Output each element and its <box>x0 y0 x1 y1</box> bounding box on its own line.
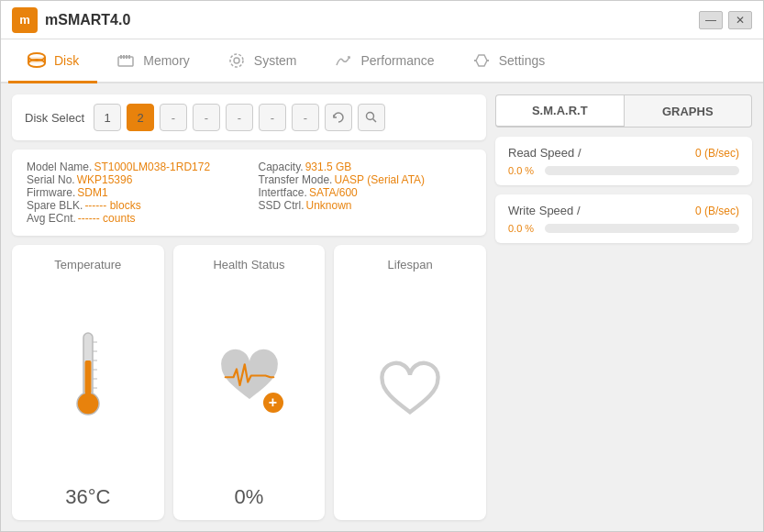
disk-select-label: Disk Select <box>25 111 84 125</box>
refresh-icon <box>332 111 345 124</box>
tab-disk[interactable]: Disk <box>8 39 97 83</box>
tab-performance[interactable]: Performance <box>315 39 452 83</box>
disk-btn-5[interactable]: - <box>226 104 253 131</box>
disk-btn-7[interactable]: - <box>292 104 319 131</box>
ssd-value: Unknown <box>306 199 352 212</box>
app-window: m mSMART4.0 — ✕ Disk <box>0 0 764 532</box>
write-speed-panel: Write Speed / 0 (B/sec) 0.0 % <box>495 194 752 243</box>
svg-rect-7 <box>123 55 125 59</box>
svg-point-14 <box>367 113 374 120</box>
disk-search-btn[interactable] <box>358 104 385 131</box>
serial-row: Serial No. WKP15396 <box>27 173 240 186</box>
disk-refresh-btn[interactable] <box>325 104 352 131</box>
transfer-row: Transfer Mode. UASP (Serial ATA) <box>259 173 472 186</box>
capacity-row: Capacity. 931.5 GB <box>259 161 472 173</box>
svg-line-15 <box>373 119 377 123</box>
svg-rect-25 <box>85 391 91 405</box>
title-left: m mSMART4.0 <box>12 7 130 33</box>
capacity-label: Capacity. <box>259 161 304 173</box>
performance-icon <box>333 50 353 71</box>
health-card: Health Status + 0% <box>173 245 326 520</box>
avg-value: ------ counts <box>78 212 136 225</box>
title-bar: m mSMART4.0 — ✕ <box>1 1 763 39</box>
graphs-button[interactable]: GRAPHS <box>625 94 753 127</box>
write-speed-header: Write Speed / 0 (B/sec) <box>508 204 739 217</box>
svg-point-11 <box>230 54 243 67</box>
lifespan-card: Lifespan <box>334 245 486 520</box>
smart-button[interactable]: S.M.A.R.T <box>495 94 625 127</box>
minimize-button[interactable]: — <box>699 11 723 29</box>
temperature-card: Temperature <box>12 245 164 520</box>
read-speed-bar-row: 0.0 % <box>508 165 739 176</box>
left-panel: Disk Select 1 2 - - - - - <box>12 94 486 520</box>
disk-btn-1[interactable]: 1 <box>94 104 121 131</box>
disk-info-right: Capacity. 931.5 GB Transfer Mode. UASP (… <box>259 161 472 225</box>
spare-row: Spare BLK. ------ blocks <box>27 199 240 212</box>
write-speed-title: Write Speed / <box>508 204 581 217</box>
memory-icon <box>116 50 136 71</box>
tab-memory-label: Memory <box>143 53 190 68</box>
temperature-value: 36°C <box>65 485 110 509</box>
ssd-label: SSD Ctrl. <box>259 199 304 212</box>
write-speed-bar-row: 0.0 % <box>508 223 739 234</box>
tab-settings[interactable]: Settings <box>453 39 564 83</box>
disk-icon <box>27 50 47 71</box>
firmware-value: SDM1 <box>77 186 107 199</box>
avg-row: Avg ECnt. ------ counts <box>27 212 240 225</box>
disk-btn-3[interactable]: - <box>160 104 187 131</box>
bottom-cards: Temperature <box>12 245 486 520</box>
tab-settings-label: Settings <box>499 53 546 68</box>
read-speed-percent: 0.0 % <box>508 165 537 176</box>
disk-select-row: Disk Select 1 2 - - - - - <box>12 94 486 140</box>
tab-system-label: System <box>254 53 297 68</box>
main-content: Disk Select 1 2 - - - - - <box>1 83 763 531</box>
disk-btn-2[interactable]: 2 <box>127 104 154 131</box>
health-title: Health Status <box>213 258 284 272</box>
disk-btn-4[interactable]: - <box>193 104 220 131</box>
read-speed-title: Read Speed / <box>508 146 581 160</box>
temperature-title: Temperature <box>54 258 121 272</box>
system-icon <box>227 50 247 71</box>
right-panel: S.M.A.R.T GRAPHS Read Speed / 0 (B/sec) … <box>495 94 752 520</box>
app-title: mSMART4.0 <box>45 12 130 28</box>
interface-row: Intertface. SATA/600 <box>259 186 472 199</box>
disk-info: Model Name. ST1000LM038-1RD172 Serial No… <box>12 150 486 236</box>
serial-value: WKP15396 <box>77 173 133 186</box>
close-button[interactable]: ✕ <box>728 11 752 29</box>
spare-value: ------ blocks <box>84 199 140 212</box>
svg-rect-8 <box>126 55 127 59</box>
model-row: Model Name. ST1000LM038-1RD172 <box>27 161 240 173</box>
svg-point-10 <box>234 58 239 63</box>
firmware-label: Firmware. <box>27 186 75 199</box>
tab-memory[interactable]: Memory <box>97 39 208 83</box>
lifespan-heart-svg <box>378 360 442 420</box>
svg-rect-6 <box>120 55 122 59</box>
thermometer-svg <box>65 328 111 429</box>
health-plus-icon: + <box>263 393 283 413</box>
spare-label: Spare BLK. <box>27 199 83 212</box>
svg-rect-9 <box>128 55 130 59</box>
model-value: ST1000LM038-1RD172 <box>94 161 210 173</box>
smart-graphs-row: S.M.A.R.T GRAPHS <box>495 94 752 127</box>
tab-performance-label: Performance <box>360 53 434 68</box>
settings-icon <box>471 50 492 71</box>
avg-label: Avg ECnt. <box>27 212 76 225</box>
model-label: Model Name. <box>27 161 92 173</box>
disk-btn-6[interactable]: - <box>259 104 286 131</box>
health-graphic: + <box>217 347 282 411</box>
read-speed-header: Read Speed / 0 (B/sec) <box>508 146 739 160</box>
tab-system[interactable]: System <box>208 39 316 83</box>
read-speed-bar-bg <box>545 166 739 175</box>
write-speed-percent: 0.0 % <box>508 223 537 234</box>
read-speed-value: 0 (B/sec) <box>695 147 739 160</box>
ssd-row: SSD Ctrl. Unknown <box>259 199 472 212</box>
disk-info-left: Model Name. ST1000LM038-1RD172 Serial No… <box>27 161 240 225</box>
window-controls: — ✕ <box>699 11 752 29</box>
capacity-value: 931.5 GB <box>305 161 352 173</box>
read-speed-panel: Read Speed / 0 (B/sec) 0.0 % <box>495 137 752 185</box>
write-speed-value: 0 (B/sec) <box>695 205 739 217</box>
write-speed-bar-bg <box>545 224 739 233</box>
app-icon: m <box>12 7 38 33</box>
nav-tabs: Disk Memory System <box>1 39 763 83</box>
lifespan-title: Lifespan <box>388 258 433 272</box>
